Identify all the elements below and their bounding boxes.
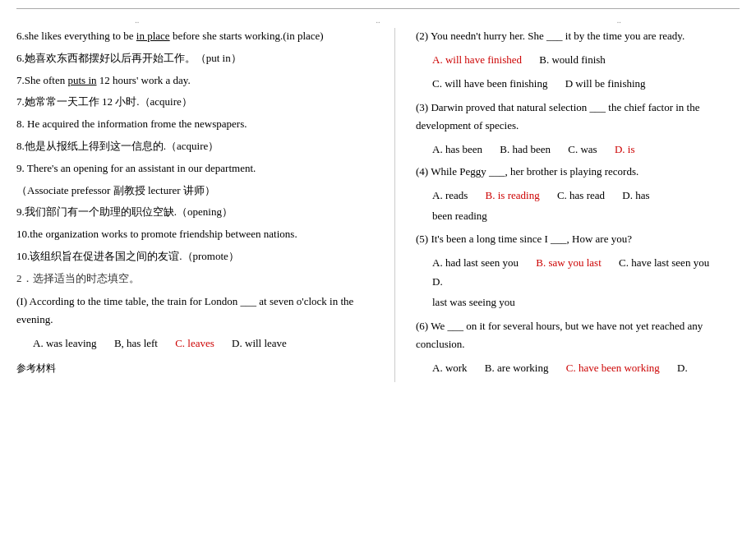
- l9-option-b: B, has left: [114, 334, 158, 353]
- r4-question: (5) It's been a long time since I ___, H…: [416, 231, 740, 248]
- dot1: ..: [135, 16, 139, 25]
- dots-row: .. .. ..: [16, 16, 740, 25]
- column-divider: [394, 28, 395, 382]
- r2-option-d: D. is: [615, 140, 635, 159]
- l4-en: 9. There's an opening for an assistant i…: [16, 160, 374, 178]
- r1-option-d: D will be finishing: [565, 74, 646, 93]
- main-content: 6.she likes everything to be in place be…: [16, 28, 740, 382]
- r2-option-c: C. was: [568, 140, 597, 159]
- r1-option-c: C. will have been finishing: [432, 74, 547, 93]
- l4-note: （Associate prefessor 副教授 lecturer 讲师）: [16, 182, 374, 200]
- r5-option-c: C. have been working: [566, 358, 660, 377]
- l9-option-a: A. was leaving: [33, 334, 97, 353]
- r5-option-a: A. work: [432, 358, 468, 377]
- l7-section-title: 2．选择适当的时态填空。: [16, 270, 374, 288]
- r3-option-d-cont: been reading: [432, 206, 740, 225]
- l9-options: A. was leaving B, has left C. leaves D. …: [33, 334, 374, 353]
- r5-option-b: B. are working: [485, 358, 549, 377]
- r4-option-a: A. had last seen you: [432, 253, 519, 272]
- r1-option-a: A. will have finished: [432, 50, 522, 69]
- r5-question: (6) We ___ on it for several hours, but …: [416, 317, 740, 353]
- r5-option-d: D.: [677, 358, 688, 377]
- l6-zh: 10.该组织旨在促进各国之间的友谊.（promote）: [16, 248, 374, 265]
- r1-option-b: B. would finish: [539, 50, 606, 69]
- r3-option-a: A. reads: [432, 186, 468, 205]
- r3-option-b: B. is reading: [486, 186, 540, 205]
- r4-option-d: D.: [432, 272, 443, 291]
- l1-en: 6.she likes everything to be in place be…: [16, 28, 374, 45]
- l3-en: 8. He acquired the information frome the…: [16, 116, 374, 133]
- r2-option-b: B. had been: [500, 140, 551, 159]
- r3-question: (4) While Peggy ___, her brother is play…: [416, 164, 740, 181]
- l8-question: (I) According to the time table, the tra…: [16, 293, 374, 329]
- r2-option-a: A. has been: [432, 140, 482, 159]
- r3-options: A. reads B. is reading C. has read D. ha…: [432, 186, 740, 205]
- r3-option-c: C. has read: [557, 186, 605, 205]
- l9-option-c: C. leaves: [175, 334, 214, 353]
- r5-options: A. work B. are working C. have been work…: [432, 358, 740, 377]
- r2-options: A. has been B. had been C. was D. is: [432, 140, 740, 159]
- dot2: ..: [376, 16, 380, 25]
- l1-zh: 6.她喜欢东西都摆好以后再开始工作。（put in）: [16, 50, 374, 67]
- r2-question: (3) Darwin proved that natural selection…: [416, 99, 740, 135]
- r4-option-c: C. have last seen you: [619, 253, 709, 272]
- right-column: (2) You needn't hurry her. She ___ it by…: [416, 28, 740, 382]
- l3-zh: 8.他是从报纸上得到这一信息的.（acquire）: [16, 138, 374, 155]
- r4-option-d-cont: last was seeing you: [432, 293, 740, 311]
- l2-en: 7.She often puts in 12 hours' work a day…: [16, 72, 374, 90]
- bottom-note: 参考材料: [16, 361, 374, 376]
- l6-en: 10.the organization works to promote fri…: [16, 226, 374, 243]
- r4-option-b: B. saw you last: [536, 253, 601, 272]
- l9-option-d: D. will leave: [232, 334, 287, 353]
- l5-zh: 9.我们部门有一个助理的职位空缺.（opening）: [16, 204, 374, 221]
- r1-question: (2) You needn't hurry her. She ___ it by…: [416, 28, 740, 45]
- dot3: ..: [617, 16, 621, 25]
- top-divider: [16, 8, 740, 9]
- l2-zh: 7.她常常一天工作 12 小时.（acquire）: [16, 94, 374, 111]
- left-column: 6.she likes everything to be in place be…: [16, 28, 374, 382]
- r4-options: A. had last seen you B. saw you last C. …: [432, 253, 740, 292]
- r1-options: A. will have finished B. would finish: [432, 50, 740, 69]
- r3-option-d: D. has: [622, 186, 649, 205]
- r1-options2: C. will have been finishing D will be fi…: [432, 74, 740, 93]
